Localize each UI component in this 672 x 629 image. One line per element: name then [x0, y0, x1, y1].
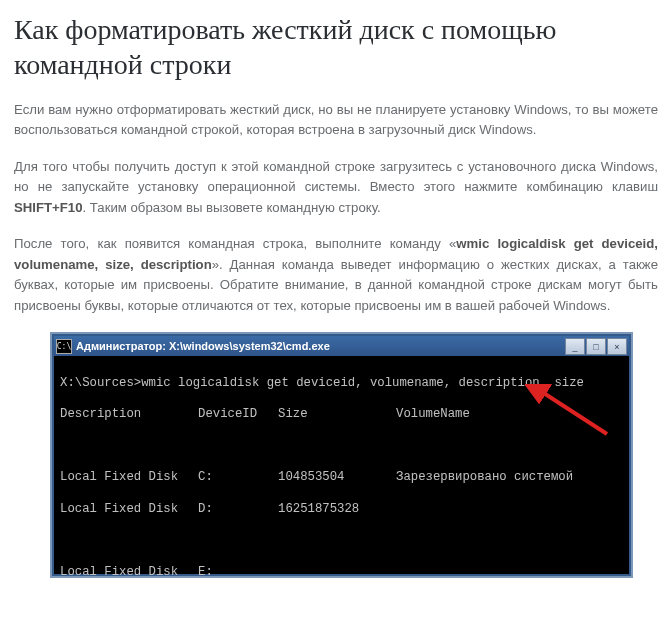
row-desc: Local Fixed Disk	[60, 565, 198, 581]
paragraph-2: Для того чтобы получить доступ к этой ко…	[14, 157, 658, 218]
paragraph-1: Если вам нужно отформатировать жесткий д…	[14, 100, 658, 141]
terminal-body[interactable]: X:\Sources>wmic logicaldisk get deviceid…	[54, 356, 629, 574]
terminal-command-line: X:\Sources>wmic logicaldisk get deviceid…	[60, 376, 623, 392]
row-desc: Local Fixed Disk	[60, 470, 198, 486]
cmd-titlebar: C:\ Администратор: X:\windows\system32\c…	[54, 336, 629, 356]
hdr-description: Description	[60, 407, 198, 423]
window-controls: _ □ ×	[565, 338, 627, 355]
article-title: Как форматировать жесткий диск с помощью…	[14, 12, 658, 82]
output-header-row: DescriptionDeviceIDSizeVolumeName	[60, 407, 623, 423]
output-row: Local Fixed DiskD:16251875328	[60, 502, 623, 518]
hdr-deviceid: DeviceID	[198, 407, 278, 423]
row-dev: E:	[198, 565, 278, 581]
cmd-window-inner: C:\ Администратор: X:\windows\system32\c…	[54, 336, 629, 574]
hdr-size: Size	[278, 407, 396, 423]
hdr-volumename: VolumeName	[396, 407, 470, 423]
para3-text-a: После того, как появится командная строк…	[14, 236, 456, 251]
minimize-button[interactable]: _	[565, 338, 585, 355]
maximize-button[interactable]: □	[586, 338, 606, 355]
paragraph-3: После того, как появится командная строк…	[14, 234, 658, 316]
prompt-path: X:\Sources>	[60, 376, 141, 390]
para2-shortcut: SHIFT+F10	[14, 200, 83, 215]
cmd-window: C:\ Администратор: X:\windows\system32\c…	[50, 332, 633, 578]
row-size: 104853504	[278, 470, 396, 486]
row-desc: Local Fixed Disk	[60, 502, 198, 518]
para2-text-a: Для того чтобы получить доступ к этой ко…	[14, 159, 658, 194]
row-dev: C:	[198, 470, 278, 486]
cmd-icon: C:\	[56, 339, 72, 354]
cmd-window-title: Администратор: X:\windows\system32\cmd.e…	[76, 340, 330, 352]
row-dev: D:	[198, 502, 278, 518]
row-vol: Зарезервировано системой	[396, 470, 573, 486]
para2-text-b: . Таким образом вы вызовете командную ст…	[83, 200, 381, 215]
close-button[interactable]: ×	[607, 338, 627, 355]
output-row: Local Fixed DiskE:	[60, 565, 623, 581]
row-size: 16251875328	[278, 502, 396, 518]
output-row: Local Fixed DiskC:104853504Зарезервирова…	[60, 470, 623, 486]
typed-command: wmic logicaldisk get deviceid, volumenam…	[141, 376, 584, 390]
